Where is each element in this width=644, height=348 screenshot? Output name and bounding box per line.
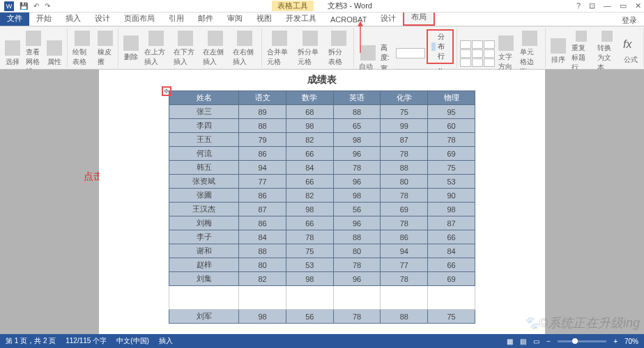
insert-above-button[interactable]: 在上方插入 (142, 29, 170, 68)
split-table-button[interactable]: 拆分表格 (326, 29, 351, 68)
callout-arrow-top (350, 21, 371, 53)
height-label: 高度: (381, 43, 394, 63)
title-bar: W 💾 ↶ ↷ 表格工具 文档3 - Word ? ⊡ — ▭ ✕ (0, 0, 644, 13)
eraser-button[interactable]: 橡皮擦 (95, 29, 115, 68)
table-row[interactable]: 刘军9856788875 (169, 310, 475, 324)
tab-mailings[interactable]: 邮件 (191, 11, 220, 26)
quick-access-toolbar: W 💾 ↶ ↷ (0, 1, 54, 11)
save-icon[interactable]: 💾 (20, 2, 28, 10)
select-button[interactable]: 选择 (3, 39, 22, 68)
table-row[interactable]: 刘梅8666967887 (169, 216, 475, 230)
properties-button[interactable]: 属性 (45, 39, 64, 68)
insert-right-button[interactable]: 在右侧插入 (231, 29, 259, 68)
view-web-icon[interactable]: ▭ (533, 338, 539, 345)
document-area[interactable]: 点击全选表格 成绩表 ✥ 姓名语文数学英语化学物理 张三8968887595李四… (0, 70, 644, 334)
split-cells-button[interactable]: 拆分单元格 (296, 29, 325, 68)
status-page[interactable]: 第 1 页，共 2 页 (6, 336, 56, 346)
tab-references[interactable]: 引用 (162, 11, 191, 26)
tab-developer[interactable]: 开发工具 (279, 11, 323, 26)
tab-file[interactable]: 文件 (0, 11, 29, 26)
help-icon[interactable]: ? (576, 1, 581, 10)
grades-table[interactable]: 姓名语文数学英语化学物理 张三8968887595李四8898659960王五7… (169, 90, 475, 324)
distribute-rows-button[interactable]: 分布行 (427, 29, 454, 64)
table-row[interactable]: 王汉杰8798566998 (169, 203, 475, 216)
contextual-tab-label: 表格工具 (272, 1, 314, 11)
login-link[interactable]: 登录 (622, 15, 644, 26)
table-header[interactable]: 姓名 (169, 91, 239, 105)
formula-button[interactable]: fx公式 (621, 37, 641, 66)
table-header[interactable]: 物理 (428, 91, 475, 105)
table-title: 成绩表 (169, 70, 475, 90)
delete-button[interactable]: 删除 (121, 34, 141, 63)
table-header[interactable]: 数学 (286, 91, 333, 105)
tab-table-design[interactable]: 设计 (374, 11, 403, 26)
undo-icon[interactable]: ↶ (33, 2, 39, 10)
svg-marker-1 (358, 21, 363, 26)
minimize-icon[interactable]: — (604, 1, 611, 10)
zoom-slider[interactable] (558, 340, 606, 342)
convert-text-button[interactable]: 转换为文本 (595, 29, 620, 74)
tab-review[interactable]: 审阅 (220, 11, 250, 26)
draw-table-button[interactable]: 绘制表格 (70, 29, 94, 68)
table-row[interactable]: 王五7982988778 (169, 133, 475, 147)
ribbon: 选择 查看网格线 属性 表 绘制表格 橡皮擦 绘图 删除 在上方插入 在下方插入… (0, 26, 644, 70)
redo-icon[interactable]: ↷ (45, 2, 50, 10)
close-icon[interactable]: ✕ (635, 1, 641, 10)
view-print-icon[interactable]: ▦ (507, 338, 513, 345)
status-lang[interactable]: 中文(中国) (116, 336, 149, 346)
status-bar: 第 1 页，共 2 页 112/115 个字 中文(中国) 插入 ▦ ▤ ▭ −… (0, 334, 644, 348)
table-row[interactable]: 李子8478888666 (169, 230, 475, 244)
table-row[interactable]: 张圃8682987890 (169, 189, 475, 203)
tab-view[interactable]: 视图 (250, 11, 279, 26)
zoom-out-icon[interactable]: − (546, 338, 551, 345)
table-header[interactable]: 化学 (381, 91, 428, 105)
document-title: 文档3 - Word (328, 1, 372, 11)
repeat-header-button[interactable]: 重复标题行 (569, 29, 594, 74)
tab-page-layout[interactable]: 页面布局 (117, 11, 162, 26)
table-header[interactable]: 英语 (333, 91, 381, 105)
table-header[interactable]: 语文 (239, 91, 286, 105)
table-row[interactable]: 谢和8875809484 (169, 244, 475, 258)
insert-below-button[interactable]: 在下方插入 (171, 29, 199, 68)
view-read-icon[interactable]: ▤ (520, 338, 526, 345)
ribbon-options-icon[interactable]: ⊡ (589, 1, 595, 10)
table-row[interactable]: 刘集8298967869 (169, 272, 475, 286)
tab-insert[interactable]: 插入 (59, 11, 88, 26)
page: 成绩表 ✥ 姓名语文数学英语化学物理 张三8968887595李四8898659… (99, 70, 545, 334)
table-select-handle[interactable]: ✥ (162, 86, 171, 96)
ribbon-tabs: 文件 开始 插入 设计 页面布局 引用 邮件 审阅 视图 开发工具 ACROBA… (0, 13, 644, 26)
word-icon: W (4, 1, 14, 11)
sort-button[interactable]: 排序 (549, 37, 568, 66)
table-row[interactable]: 张三8968887595 (169, 105, 475, 119)
height-input[interactable] (396, 48, 424, 58)
tab-home[interactable]: 开始 (29, 11, 59, 26)
table-row[interactable]: 李四8898659960 (169, 119, 475, 133)
watermark: 🐾©系统正在升级ing (523, 315, 640, 331)
maximize-icon[interactable]: ▭ (620, 1, 627, 10)
table-row[interactable]: 张资斌7766968053 (169, 175, 475, 189)
zoom-in-icon[interactable]: + (613, 338, 618, 345)
zoom-level[interactable]: 70% (624, 338, 638, 345)
table-row[interactable]: 赵梓8053787766 (169, 258, 475, 272)
insert-left-button[interactable]: 在左侧插入 (201, 29, 229, 68)
table-row[interactable]: 何流8666967869 (169, 147, 475, 161)
text-direction-button[interactable]: 文字方向 (496, 34, 516, 73)
table-row-empty[interactable] (169, 286, 475, 310)
tab-design[interactable]: 设计 (88, 11, 117, 26)
alignment-grid[interactable] (460, 40, 495, 67)
status-words[interactable]: 112/115 个字 (66, 336, 107, 346)
merge-cells-button[interactable]: 合并单元格 (265, 29, 294, 68)
table-row[interactable]: 韩五9484788875 (169, 161, 475, 175)
status-mode: 插入 (159, 336, 173, 346)
